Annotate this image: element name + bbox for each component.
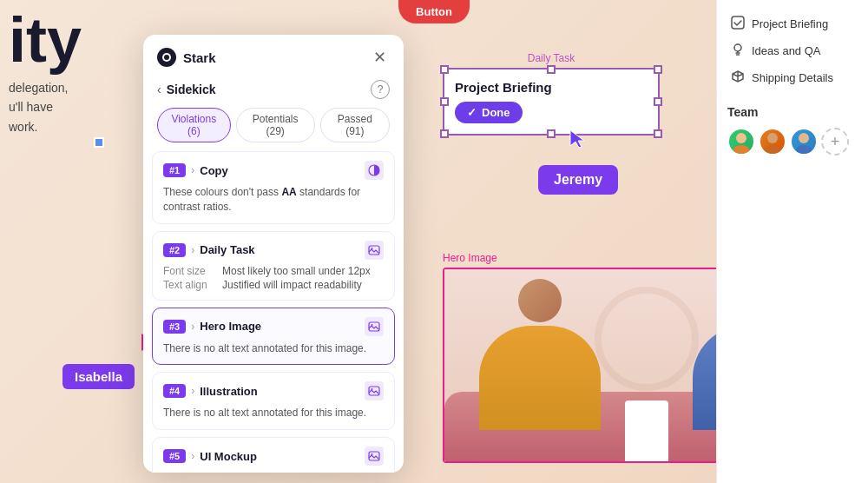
- modal-breadcrumb: ‹ Sidekick ?: [143, 76, 404, 108]
- violation-header-5: #5 › UI Mockup: [163, 447, 384, 466]
- violation-card-2[interactable]: #2 › Daily Task Font size Most likely to…: [152, 231, 395, 301]
- avatar-1: [727, 128, 755, 155]
- card-handle-tr[interactable]: [654, 65, 662, 74]
- isabella-label: Isabella: [62, 364, 135, 389]
- svg-marker-0: [570, 130, 584, 148]
- contrast-icon: [365, 161, 384, 180]
- modal-close-button[interactable]: ✕: [369, 47, 390, 68]
- violation-desc-3: There is no alt text annotated for this …: [163, 341, 384, 356]
- modal-header: Stark ✕: [143, 35, 404, 76]
- sidekick-modal: Stark ✕ ‹ Sidekick ? Violations (6) Pote…: [143, 35, 404, 473]
- violation-header-2: #2 › Daily Task: [163, 241, 384, 260]
- violation-name-1: Copy: [200, 164, 228, 177]
- card-handle-lm[interactable]: [440, 97, 449, 106]
- top-red-button[interactable]: Button: [398, 0, 470, 23]
- card-handle-bm[interactable]: [547, 129, 556, 138]
- daily-task-label: Daily Task: [443, 52, 660, 64]
- avatar-2: [759, 128, 786, 155]
- violation-number-2: #2: [163, 243, 186, 257]
- card-handle-tl[interactable]: [440, 65, 449, 74]
- avatar-3: [790, 128, 818, 155]
- add-team-member-button[interactable]: +: [821, 128, 849, 155]
- sidekick-title: Sidekick: [167, 83, 216, 96]
- app-title: ity: [0, 0, 82, 71]
- violation-header-1: #1 › Copy: [163, 161, 384, 180]
- violation-number-3: #3: [163, 320, 186, 334]
- svg-rect-1: [732, 17, 744, 29]
- check-icon: ✓: [467, 106, 477, 119]
- right-panel-item-shipping[interactable]: Shipping Details: [727, 64, 858, 91]
- violation-card-3[interactable]: #3 › Hero Image There is no alt text ann…: [152, 308, 395, 366]
- violation-header-3: #3 › Hero Image: [163, 317, 384, 336]
- svg-point-3: [736, 133, 746, 143]
- modal-tabs: Violations (6) Potentials (29) Passed (9…: [143, 108, 404, 151]
- team-section: Team: [727, 105, 858, 155]
- violation-header-4: #4 › Illustration: [163, 381, 384, 400]
- violation-name-3: Hero Image: [200, 320, 261, 333]
- violation-name-5: UI Mockup: [200, 450, 257, 463]
- box-icon: [731, 69, 745, 86]
- right-panel-item-project-briefing[interactable]: Project Briefing: [727, 10, 858, 37]
- svg-point-5: [767, 133, 778, 143]
- daily-task-card: Project Briefing ✓ Done: [443, 68, 660, 136]
- selection-handle: [94, 137, 104, 148]
- help-button[interactable]: ?: [371, 80, 390, 99]
- violation-detail-font: Font size Most likely too small under 12…: [163, 265, 384, 277]
- image-icon-2: [365, 241, 384, 260]
- stark-logo: [157, 48, 176, 67]
- back-button[interactable]: ‹: [157, 83, 161, 96]
- violation-number-1: #1: [163, 163, 186, 177]
- violation-card-5[interactable]: #5 › UI Mockup There is no alt text anno…: [152, 437, 395, 473]
- daily-task-card-title: Project Briefing: [455, 80, 648, 95]
- cursor: [569, 129, 586, 153]
- done-button[interactable]: ✓ Done: [455, 102, 523, 123]
- canvas-text: delegation, u'll have work.: [9, 78, 69, 136]
- violation-name-2: Daily Task: [200, 243, 254, 256]
- violation-name-4: Illustration: [200, 385, 257, 398]
- violation-card-4[interactable]: #4 › Illustration There is no alt text a…: [152, 372, 395, 430]
- violation-desc-4: There is no alt text annotated for this …: [163, 406, 384, 420]
- image-icon-5: [365, 447, 384, 466]
- jeremy-label: Jeremy: [538, 165, 618, 195]
- violation-desc-5: There is no alt text annotated for this …: [163, 471, 384, 473]
- card-handle-br[interactable]: [654, 129, 662, 138]
- ideas-qa-label: Ideas and QA: [752, 44, 821, 57]
- violation-desc-1: These colours don't pass AA standards fo…: [163, 185, 384, 215]
- svg-point-4: [733, 145, 750, 154]
- violations-list: #1 › Copy These colours don't pass AA st…: [143, 151, 404, 473]
- svg-point-2: [734, 44, 741, 51]
- right-panel: Project Briefing Ideas and QA Shipping D…: [716, 0, 868, 483]
- svg-point-10: [164, 55, 169, 60]
- shipping-label: Shipping Details: [752, 71, 833, 84]
- svg-point-6: [764, 145, 781, 154]
- svg-point-7: [799, 133, 809, 143]
- team-avatars: +: [727, 128, 858, 155]
- daily-task-area: Daily Task Project Briefing ✓ Done: [443, 52, 660, 136]
- violation-detail-align: Text align Justified will impact readabi…: [163, 279, 384, 291]
- svg-point-8: [795, 145, 812, 154]
- violation-card-1[interactable]: #1 › Copy These colours don't pass AA st…: [152, 151, 395, 224]
- tab-violations[interactable]: Violations (6): [157, 108, 231, 142]
- violation-number-5: #5: [163, 449, 186, 463]
- right-panel-item-ideas-qa[interactable]: Ideas and QA: [727, 37, 858, 64]
- card-handle-rm[interactable]: [654, 97, 662, 106]
- team-label: Team: [727, 105, 858, 119]
- tab-passed[interactable]: Passed (91): [320, 108, 390, 142]
- card-handle-bl[interactable]: [440, 129, 449, 138]
- image-icon-4: [365, 381, 384, 400]
- checklist-icon: [731, 16, 745, 32]
- image-icon-3: [365, 317, 384, 336]
- tab-potentials[interactable]: Potentials (29): [236, 108, 315, 142]
- card-handle-tm[interactable]: [547, 65, 556, 74]
- project-briefing-label: Project Briefing: [752, 17, 828, 30]
- modal-brand: Stark: [157, 48, 216, 67]
- lightbulb-icon: [731, 43, 745, 59]
- violation-number-4: #4: [163, 384, 186, 398]
